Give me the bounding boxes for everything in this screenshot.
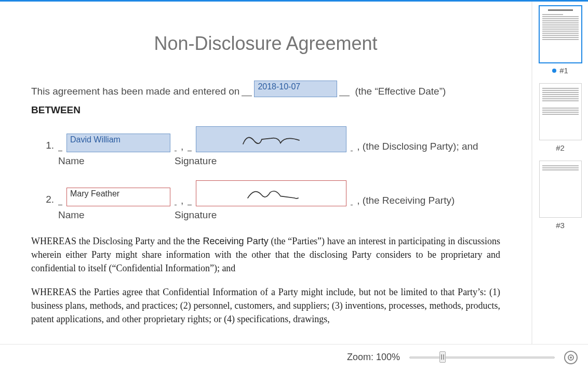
thumbnail-1-label: #1 (552, 66, 568, 75)
page-thumbnail-1[interactable] (539, 6, 582, 63)
body-p1-a: WHEREAS the Disclosing Party and the (31, 236, 187, 246)
body-p1-b: the Receiving Party (187, 236, 269, 246)
underline (351, 194, 353, 205)
party-1-labels: Name Signature (58, 155, 500, 167)
thumbnail-sidebar: #1 #2 #3 (532, 2, 588, 344)
between-label: BETWEEN (31, 104, 500, 116)
underline (188, 140, 192, 151)
zoom-slider[interactable] (409, 353, 555, 362)
fit-to-screen-button[interactable] (564, 351, 578, 364)
active-page-dot-icon (552, 69, 556, 73)
party-row-2: 2. Mary Feather , , (the Receiving Party… (42, 180, 500, 206)
underline (58, 140, 62, 151)
party-2-labels: Name Signature (58, 209, 500, 221)
party-1-name-field[interactable]: David William (66, 134, 170, 152)
document-page-1: Non-Disclosure Agreement This agreement … (0, 2, 531, 344)
thumbnail-2-label: #2 (556, 143, 565, 152)
party-2-name-field[interactable]: Mary Feather (66, 188, 170, 206)
body-paragraph-2: WHEREAS the Parties agree that Confident… (31, 285, 500, 326)
party-1-role: , (the Disclosing Party); and (357, 141, 478, 152)
target-icon (568, 354, 574, 361)
party-row-1: 1. David William , , (the Disclosing Par… (42, 126, 500, 152)
signature-icon (234, 130, 309, 149)
party-1-name-value: David William (70, 135, 121, 144)
body-paragraph-1: WHEREAS the Disclosing Party and the the… (31, 234, 500, 275)
thumbnail-2-label-text: #2 (556, 143, 565, 152)
zoom-slider-track (409, 356, 555, 359)
party-2-signature-field[interactable] (196, 180, 346, 206)
comma: , (181, 141, 183, 152)
party-2-role: , (the Receiving Party) (357, 195, 455, 206)
app-root: Non-Disclosure Agreement This agreement … (0, 0, 588, 370)
thumbnail-3-label-text: #3 (556, 221, 565, 230)
party-1-number: 1. (42, 140, 54, 151)
effective-date-field[interactable]: 2018-10-07 (254, 81, 337, 97)
party-2-name-value: Mary Feather (70, 189, 119, 199)
underline (175, 140, 177, 151)
underline (175, 194, 177, 205)
signature-icon (234, 184, 309, 203)
footer-bar: Zoom: 100% (0, 344, 588, 370)
thumbnail-3-label: #3 (556, 221, 565, 230)
party-1-signature-field[interactable] (196, 126, 346, 152)
page-thumbnail-3[interactable] (539, 161, 582, 218)
effective-date-value: 2018-10-07 (258, 82, 300, 91)
underline (339, 85, 350, 96)
comma: , (181, 195, 183, 206)
zoom-label: Zoom: 100% (347, 352, 400, 363)
intro-line: This agreement has been made and entered… (31, 81, 500, 97)
underline (351, 140, 353, 151)
party-2-number: 2. (42, 194, 54, 205)
underline (188, 194, 192, 205)
underline (58, 194, 62, 205)
thumbnail-1-label-text: #1 (559, 66, 568, 75)
document-scroll-area[interactable]: Non-Disclosure Agreement This agreement … (0, 2, 532, 344)
underline (242, 85, 252, 96)
party-1-name-label: Name (58, 155, 170, 167)
party-2-sig-label: Signature (175, 209, 217, 221)
intro-text-after: (the “Effective Date”) (355, 86, 446, 97)
intro-text-before: This agreement has been made and entered… (31, 86, 239, 97)
document-title: Non-Disclosure Agreement (31, 33, 500, 55)
party-2-name-label: Name (58, 209, 170, 221)
party-1-sig-label: Signature (175, 155, 217, 167)
page-thumbnail-2[interactable] (539, 83, 582, 140)
zoom-slider-thumb[interactable] (439, 351, 446, 363)
main-area: Non-Disclosure Agreement This agreement … (0, 2, 588, 344)
